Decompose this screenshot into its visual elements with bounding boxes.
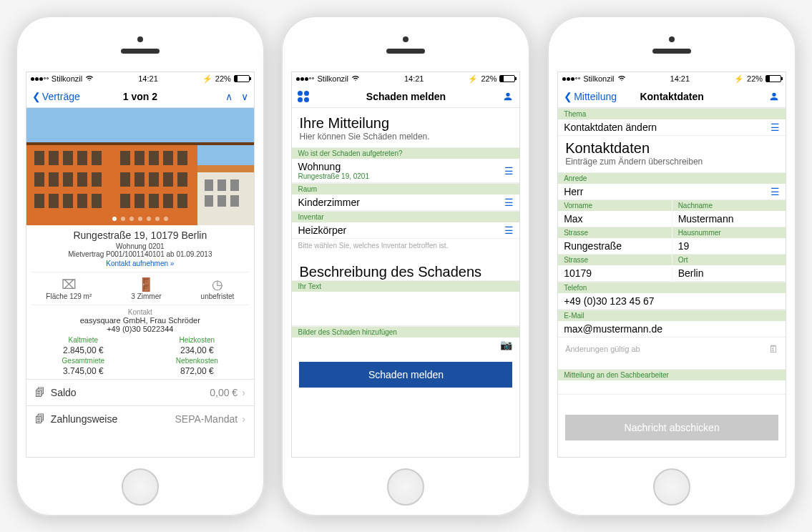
svg-rect-23 bbox=[34, 194, 44, 208]
submit-contact-button[interactable]: Nachricht abschicken bbox=[565, 415, 778, 440]
nachname-label: Nachname bbox=[672, 200, 786, 211]
zahl-value: SEPA-Mandat bbox=[175, 413, 238, 425]
list-icon: ☰ bbox=[771, 122, 780, 133]
msg-input[interactable] bbox=[558, 380, 786, 395]
saldo-label: Saldo bbox=[51, 387, 77, 398]
property-photo[interactable] bbox=[26, 108, 254, 225]
ort-label: Ort bbox=[672, 255, 786, 265]
nachname-input[interactable]: Mustermann bbox=[672, 211, 786, 227]
wifi-icon bbox=[85, 74, 94, 83]
neben-value: 872,00 € bbox=[140, 366, 254, 376]
svg-rect-28 bbox=[120, 194, 130, 208]
images-label: Bilder des Schaden hinzufügen bbox=[292, 326, 519, 338]
gueltig-row[interactable]: Änderungen gültig ab 🗓 bbox=[558, 338, 786, 360]
room-picker[interactable]: Kinderzimmer ☰ bbox=[292, 194, 519, 211]
profile-button[interactable] bbox=[502, 91, 514, 102]
plz-label: Strasse bbox=[558, 255, 672, 265]
inv-value: Heizkörper bbox=[298, 225, 346, 236]
strasse-label: Strasse bbox=[558, 227, 672, 238]
heading-sub: Hier können Sie Schäden melden. bbox=[292, 132, 519, 147]
unit-label: Wohnung 0201 bbox=[26, 242, 254, 250]
back-button[interactable]: ❮ Verträge bbox=[32, 91, 80, 102]
kontakt-phone: +49 (0)30 5022344 bbox=[26, 325, 254, 333]
home-button[interactable] bbox=[653, 468, 690, 506]
tel-input[interactable]: +49 (0)30 123 45 67 bbox=[558, 293, 786, 310]
anrede-picker[interactable]: Herr ☰ bbox=[558, 184, 786, 200]
pager-dots[interactable] bbox=[112, 217, 168, 221]
description-input[interactable] bbox=[292, 292, 519, 326]
heading-description: Beschreibung des Schadens bbox=[292, 252, 519, 280]
svg-rect-12 bbox=[177, 151, 187, 165]
row-saldo[interactable]: 🗐Saldo 0,00 €› bbox=[26, 379, 254, 405]
contact-link[interactable]: Kontakt aufnehmen » bbox=[26, 258, 254, 272]
room-label: Raum bbox=[292, 183, 519, 194]
vorname-input[interactable]: Max bbox=[558, 211, 672, 227]
status-bar: Stilkonzil 14:21 ⚡ 22% bbox=[292, 72, 519, 85]
ort-input[interactable]: Berlin bbox=[672, 265, 786, 282]
nav-title: 1 von 2 bbox=[123, 91, 157, 102]
nav-bar: ❮ Verträge 1 von 2 ∧ ∨ bbox=[26, 85, 254, 108]
kalt-value: 2.845,00 € bbox=[26, 345, 140, 355]
strasse-input[interactable]: Rungestraße bbox=[558, 238, 672, 255]
svg-rect-30 bbox=[149, 194, 159, 208]
add-photo-button[interactable]: 📷 bbox=[292, 338, 519, 352]
back-label: Verträge bbox=[42, 91, 80, 102]
where-value: Wohnung bbox=[298, 161, 341, 172]
costs-grid: Kaltmiete Heizkosten 2.845,00 € 234,00 €… bbox=[26, 333, 254, 379]
svg-rect-37 bbox=[217, 195, 226, 207]
home-button[interactable] bbox=[122, 468, 159, 506]
svg-rect-39 bbox=[26, 142, 254, 145]
building-illustration bbox=[26, 108, 254, 225]
svg-rect-4 bbox=[49, 151, 59, 165]
anrede-label: Anrede bbox=[558, 172, 786, 184]
svg-rect-25 bbox=[63, 194, 73, 208]
mail-input[interactable]: max@mustermann.de bbox=[558, 321, 786, 338]
chevron-left-icon: ❮ bbox=[32, 91, 41, 102]
back-button[interactable]: ❮ Mitteilung bbox=[564, 91, 617, 102]
street-row: Strasse Rungestraße Hausnummer 19 bbox=[558, 227, 786, 255]
rooms-label: 3 Zimmer bbox=[131, 292, 161, 300]
clock-label: 14:21 bbox=[670, 74, 690, 83]
receipt-icon: 🗐 bbox=[35, 387, 45, 398]
inv-picker[interactable]: Heizkörper ☰ bbox=[292, 222, 519, 239]
svg-rect-24 bbox=[49, 194, 59, 208]
next-button[interactable]: ∨ bbox=[241, 91, 248, 102]
area-label: Fläche 129 m² bbox=[46, 292, 92, 300]
content-2: Ihre Mitteilung Hier können Sie Schäden … bbox=[292, 108, 519, 457]
hausnr-input[interactable]: 19 bbox=[672, 238, 786, 255]
phone-damage-report: Stilkonzil 14:21 ⚡ 22% Schaden melden Ih… bbox=[281, 16, 530, 516]
heiz-label: Heizkosten bbox=[140, 336, 254, 344]
svg-rect-36 bbox=[205, 195, 213, 207]
screen-1: Stilkonzil 14:21 ⚡ 22% ❮ Verträge 1 von … bbox=[26, 72, 255, 458]
profile-button[interactable] bbox=[768, 91, 780, 102]
svg-rect-7 bbox=[92, 151, 102, 165]
signal-dots-icon bbox=[562, 77, 580, 81]
phone-contact-data: Stilkonzil 14:21 ⚡ 22% ❮ Mitteilung Kont… bbox=[547, 16, 796, 516]
battery-label: 22% bbox=[747, 74, 763, 83]
heading-sub: Einträge zum Ändern überschreiben bbox=[558, 157, 786, 172]
prev-button[interactable]: ∧ bbox=[225, 91, 233, 102]
gesamt-value: 3.745,00 € bbox=[26, 366, 140, 376]
status-left: Stilkonzil bbox=[31, 74, 94, 83]
thema-picker[interactable]: Kontaktdaten ändern ☰ bbox=[558, 119, 786, 136]
apps-button[interactable] bbox=[298, 91, 309, 102]
svg-rect-8 bbox=[120, 151, 130, 165]
svg-rect-15 bbox=[63, 172, 73, 187]
anrede-value: Herr bbox=[564, 186, 583, 197]
wifi-icon bbox=[351, 74, 360, 83]
svg-rect-16 bbox=[77, 172, 87, 187]
svg-rect-38 bbox=[230, 195, 239, 207]
home-button[interactable] bbox=[387, 468, 424, 506]
plz-input[interactable]: 10179 bbox=[558, 265, 672, 282]
contract-label: Mietvertrag P001/1001140101 ab 01.09.201… bbox=[26, 250, 254, 258]
row-zahlungsweise[interactable]: 🗐Zahlungsweise SEPA-Mandat› bbox=[26, 405, 254, 432]
fact-area: ⌧ Fläche 129 m² bbox=[46, 277, 92, 300]
speaker bbox=[121, 49, 160, 54]
svg-rect-31 bbox=[163, 194, 173, 208]
submit-damage-button[interactable]: Schaden melden bbox=[299, 362, 512, 388]
clock-label: 14:21 bbox=[404, 74, 424, 83]
where-picker[interactable]: Wohnung Rungestraße 19, 0201 ☰ bbox=[292, 159, 519, 183]
status-bar: Stilkonzil 14:21 ⚡ 22% bbox=[26, 72, 254, 85]
where-sub: Rungestraße 19, 0201 bbox=[298, 172, 369, 180]
battery-icon bbox=[765, 75, 781, 82]
